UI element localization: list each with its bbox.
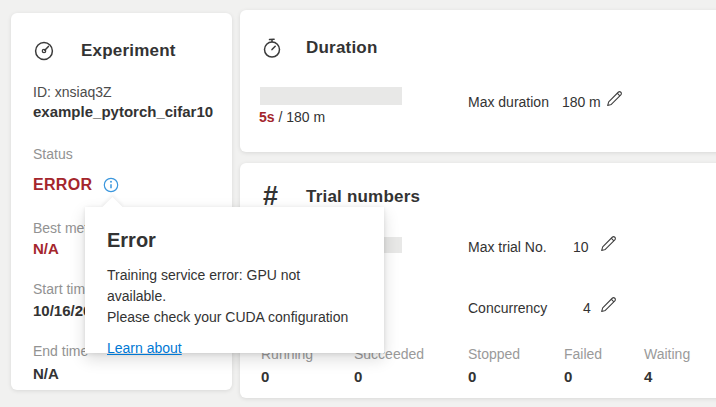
stat-failed: Failed 0 [564,346,602,385]
end-time-value: N/A [33,365,59,382]
max-trial-value: 10 [573,239,589,255]
status-label: Status [33,146,73,162]
pencil-icon [605,90,623,108]
stat-succeeded-value: 0 [354,368,424,385]
stopwatch-icon [261,37,283,59]
end-time-label: End time [33,343,88,359]
nni-overview-page: { "colors": { "page_bg": "#f1f1f0", "car… [0,0,716,407]
duration-elapsed: 5s [259,109,275,125]
hash-icon: # [263,183,278,210]
status-value: ERROR [33,176,92,194]
concurrency-label: Concurrency [468,300,547,316]
pencil-icon [599,235,617,253]
stat-failed-value: 0 [564,368,602,385]
experiment-card-title: Experiment [81,41,176,61]
max-duration-edit-button[interactable] [605,90,623,108]
tooltip-message: Training service error: GPU not availabl… [107,265,362,328]
concurrency-value: 4 [583,300,591,316]
start-time-label: Start time [33,281,93,297]
max-duration-label: Max duration [468,94,549,110]
tooltip-title: Error [107,229,362,252]
stat-failed-label: Failed [564,346,602,362]
tooltip-message-line1: Training service error: GPU not availabl… [107,265,362,307]
duration-card-title: Duration [306,38,377,58]
error-info-icon[interactable] [103,177,119,193]
stat-running-value: 0 [261,368,313,385]
max-trial-label: Max trial No. [468,239,547,255]
tooltip-message-line2: Please check your CUDA configuration [107,307,362,328]
stat-waiting: Waiting 4 [644,346,690,385]
experiment-name: example_pytorch_cifar10 [33,103,213,120]
pencil-icon [599,296,617,314]
duration-separator: / [275,109,287,125]
duration-progress-bar [260,87,402,105]
duration-card-header: Duration [261,37,377,59]
duration-total: 180 m [286,109,325,125]
error-tooltip: Error Training service error: GPU not av… [85,207,384,353]
duration-card: Duration 5s / 180 m Max duration 180 m [240,10,716,152]
experiment-card-header: Experiment [33,40,176,62]
stat-stopped-label: Stopped [468,346,520,362]
best-metric-value: N/A [33,240,59,257]
max-duration-unit: m [589,94,601,110]
stat-stopped-value: 0 [468,368,520,385]
trial-card-header: # Trial numbers [263,183,420,210]
stat-waiting-value: 4 [644,368,690,385]
stat-stopped: Stopped 0 [468,346,520,385]
learn-about-link[interactable]: Learn about [107,340,182,356]
tooltip-content: Error Training service error: GPU not av… [85,207,384,353]
concurrency-edit-button[interactable] [599,296,617,314]
trial-card-title: Trial numbers [306,187,420,207]
duration-elapsed-line: 5s / 180 m [259,109,325,125]
gauge-icon [33,40,55,62]
stat-waiting-label: Waiting [644,346,690,362]
max-duration-value: 180 [562,94,585,110]
status-row: ERROR [33,176,119,194]
experiment-id: ID: xnsiaq3Z [33,84,112,100]
max-trial-edit-button[interactable] [599,235,617,253]
